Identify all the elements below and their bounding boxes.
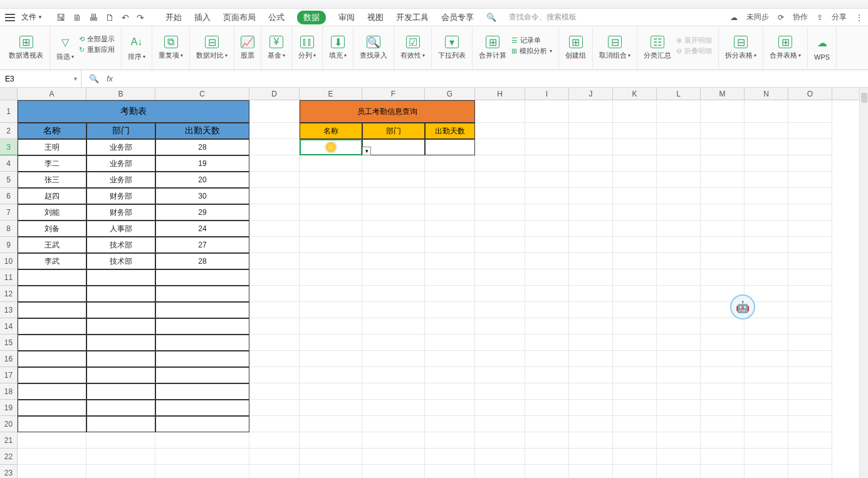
cell[interactable] <box>569 400 613 416</box>
cell[interactable] <box>475 188 525 204</box>
row-header-2[interactable]: 2 <box>0 123 18 139</box>
cell[interactable] <box>475 432 525 449</box>
cell[interactable] <box>657 204 701 221</box>
cell[interactable] <box>362 237 425 253</box>
table1-empty-cell[interactable] <box>86 351 155 367</box>
row-header-23[interactable]: 23 <box>0 465 18 478</box>
row-header-20[interactable]: 20 <box>0 416 18 432</box>
cell[interactable] <box>701 100 745 123</box>
row-header-7[interactable]: 7 <box>0 204 18 221</box>
row-header-11[interactable]: 11 <box>0 269 18 286</box>
cell[interactable] <box>475 318 525 335</box>
table1-empty-cell[interactable] <box>18 318 86 335</box>
table1-empty-cell[interactable] <box>86 286 155 302</box>
cell[interactable] <box>300 237 362 253</box>
cell[interactable] <box>701 383 745 400</box>
cell[interactable] <box>745 383 788 400</box>
col-header-C[interactable]: C <box>155 88 249 100</box>
cell[interactable] <box>300 172 362 188</box>
table1-empty-cell[interactable] <box>18 416 86 432</box>
col-header-N[interactable]: N <box>745 88 788 100</box>
cell[interactable] <box>425 335 475 351</box>
row-header-4[interactable]: 4 <box>0 155 18 172</box>
row-header-22[interactable]: 22 <box>0 449 18 465</box>
cell[interactable] <box>425 237 475 253</box>
cell[interactable] <box>745 400 788 416</box>
undo-icon[interactable]: ↶ <box>122 13 129 23</box>
cell[interactable] <box>525 286 569 302</box>
cell[interactable] <box>425 221 475 237</box>
cell[interactable] <box>362 269 425 286</box>
cell[interactable] <box>613 172 657 188</box>
table1-empty-cell[interactable] <box>86 318 155 335</box>
row-header-16[interactable]: 16 <box>0 351 18 367</box>
cell[interactable] <box>745 172 788 188</box>
collab-button[interactable]: 协作 <box>793 12 808 23</box>
table1-empty-cell[interactable] <box>86 367 155 383</box>
cell[interactable] <box>701 416 745 432</box>
col-header-B[interactable]: B <box>86 88 155 100</box>
cell[interactable] <box>745 188 788 204</box>
table1-empty-cell[interactable] <box>18 335 86 351</box>
cell[interactable] <box>569 172 613 188</box>
cell[interactable] <box>18 432 86 449</box>
cell[interactable] <box>362 302 425 318</box>
ribbon-split-table[interactable]: ⊟拆分表格▾ <box>719 26 763 70</box>
cell[interactable] <box>613 286 657 302</box>
cell[interactable] <box>475 400 525 416</box>
tab-review[interactable]: 审阅 <box>338 12 355 23</box>
cell[interactable] <box>613 465 657 478</box>
cell[interactable] <box>362 172 425 188</box>
cell[interactable] <box>86 465 155 478</box>
cell[interactable] <box>657 172 701 188</box>
cell[interactable] <box>362 204 425 221</box>
cell[interactable] <box>701 432 745 449</box>
cell[interactable] <box>745 237 788 253</box>
cell[interactable] <box>300 367 362 383</box>
tab-view[interactable]: 视图 <box>367 12 384 23</box>
table1-empty-cell[interactable] <box>86 383 155 400</box>
cell[interactable] <box>745 335 788 351</box>
cell[interactable] <box>475 269 525 286</box>
cell[interactable] <box>788 253 832 269</box>
cell[interactable] <box>525 269 569 286</box>
cell[interactable] <box>745 351 788 367</box>
ribbon-droplist[interactable]: ▾下拉列表 <box>432 26 473 70</box>
cell[interactable] <box>18 465 86 478</box>
record-button[interactable]: ☰记录单 <box>511 36 552 45</box>
table1-empty-cell[interactable] <box>18 302 86 318</box>
cell[interactable] <box>569 204 613 221</box>
cell[interactable] <box>249 367 300 383</box>
cell[interactable] <box>300 188 362 204</box>
search-icon[interactable]: 🔍 <box>89 74 99 83</box>
cell[interactable] <box>525 335 569 351</box>
cell[interactable] <box>657 155 701 172</box>
filter-icon[interactable]: ▽ <box>58 34 73 49</box>
cell[interactable] <box>525 416 569 432</box>
cell[interactable] <box>613 400 657 416</box>
ribbon-fill[interactable]: ⬇填充▾ <box>323 26 353 70</box>
cell[interactable] <box>569 351 613 367</box>
ribbon-compare[interactable]: ⊟数据对比▾ <box>190 26 234 70</box>
cell[interactable] <box>475 335 525 351</box>
cell[interactable] <box>300 416 362 432</box>
save-as-icon[interactable]: 🗎 <box>73 13 81 23</box>
cell[interactable] <box>569 155 613 172</box>
cell[interactable] <box>249 335 300 351</box>
cell[interactable] <box>788 188 832 204</box>
ribbon-stocks[interactable]: 📈股票 <box>234 26 261 70</box>
cell[interactable] <box>569 286 613 302</box>
cell[interactable] <box>657 383 701 400</box>
row-header-9[interactable]: 9 <box>0 237 18 253</box>
cell[interactable] <box>300 351 362 367</box>
tab-member[interactable]: 会员专享 <box>441 12 474 23</box>
row-header-1[interactable]: 1 <box>0 100 18 123</box>
cell[interactable] <box>525 351 569 367</box>
col-header-M[interactable]: M <box>701 88 745 100</box>
cell[interactable] <box>425 449 475 465</box>
cell[interactable] <box>613 253 657 269</box>
cell[interactable] <box>525 400 569 416</box>
ribbon-ungroup[interactable]: ⊟取消组合▾ <box>593 26 637 70</box>
ribbon-pivot[interactable]: ⊞数据透视表 <box>3 26 50 70</box>
row-header-17[interactable]: 17 <box>0 367 18 383</box>
